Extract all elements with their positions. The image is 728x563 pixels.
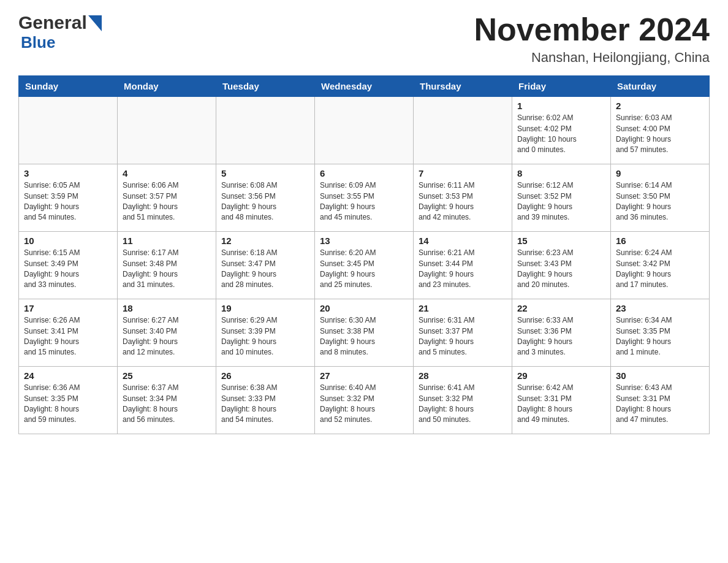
- calendar-day-cell: 10Sunrise: 6:15 AM Sunset: 3:49 PM Dayli…: [19, 232, 118, 299]
- calendar-day-cell: 7Sunrise: 6:11 AM Sunset: 3:53 PM Daylig…: [414, 164, 512, 232]
- day-number: 10: [24, 236, 112, 246]
- calendar-day-cell: 19Sunrise: 6:29 AM Sunset: 3:39 PM Dayli…: [216, 299, 315, 367]
- calendar-day-cell: [118, 97, 216, 164]
- day-info: Sunrise: 6:40 AM Sunset: 3:32 PM Dayligh…: [320, 383, 408, 426]
- calendar-day-cell: 8Sunrise: 6:12 AM Sunset: 3:52 PM Daylig…: [512, 164, 611, 232]
- weekday-header-sunday: Sunday: [19, 76, 118, 97]
- calendar-day-cell: 17Sunrise: 6:26 AM Sunset: 3:41 PM Dayli…: [19, 299, 118, 367]
- day-info: Sunrise: 6:31 AM Sunset: 3:37 PM Dayligh…: [419, 315, 507, 358]
- day-number: 29: [517, 370, 605, 381]
- day-info: Sunrise: 6:27 AM Sunset: 3:40 PM Dayligh…: [123, 315, 211, 358]
- day-number: 3: [24, 168, 112, 178]
- day-number: 7: [419, 168, 507, 178]
- calendar-day-cell: 18Sunrise: 6:27 AM Sunset: 3:40 PM Dayli…: [118, 299, 216, 367]
- day-info: Sunrise: 6:14 AM Sunset: 3:50 PM Dayligh…: [616, 180, 704, 223]
- day-info: Sunrise: 6:36 AM Sunset: 3:35 PM Dayligh…: [24, 383, 112, 426]
- day-info: Sunrise: 6:02 AM Sunset: 4:02 PM Dayligh…: [517, 113, 605, 156]
- day-info: Sunrise: 6:03 AM Sunset: 4:00 PM Dayligh…: [616, 113, 704, 156]
- month-title: November 2024: [474, 12, 710, 47]
- calendar-day-cell: 27Sunrise: 6:40 AM Sunset: 3:32 PM Dayli…: [315, 367, 414, 434]
- calendar-week-row: 24Sunrise: 6:36 AM Sunset: 3:35 PM Dayli…: [19, 367, 710, 434]
- calendar-day-cell: [315, 97, 414, 164]
- day-number: 4: [123, 168, 211, 178]
- day-info: Sunrise: 6:38 AM Sunset: 3:33 PM Dayligh…: [221, 383, 309, 426]
- day-number: 16: [616, 236, 704, 246]
- day-info: Sunrise: 6:08 AM Sunset: 3:56 PM Dayligh…: [221, 180, 309, 223]
- calendar-week-row: 3Sunrise: 6:05 AM Sunset: 3:59 PM Daylig…: [19, 164, 710, 232]
- day-info: Sunrise: 6:26 AM Sunset: 3:41 PM Dayligh…: [24, 315, 112, 358]
- day-number: 24: [24, 370, 112, 381]
- day-number: 28: [419, 370, 507, 381]
- calendar-day-cell: [414, 97, 512, 164]
- day-info: Sunrise: 6:06 AM Sunset: 3:57 PM Dayligh…: [123, 180, 211, 223]
- calendar-day-cell: 26Sunrise: 6:38 AM Sunset: 3:33 PM Dayli…: [216, 367, 315, 434]
- calendar-week-row: 1Sunrise: 6:02 AM Sunset: 4:02 PM Daylig…: [19, 97, 710, 164]
- logo: General Blue: [18, 12, 102, 52]
- day-number: 1: [517, 101, 605, 111]
- calendar-day-cell: 28Sunrise: 6:41 AM Sunset: 3:32 PM Dayli…: [414, 367, 512, 434]
- calendar-day-cell: 16Sunrise: 6:24 AM Sunset: 3:42 PM Dayli…: [611, 232, 710, 299]
- calendar-day-cell: 15Sunrise: 6:23 AM Sunset: 3:43 PM Dayli…: [512, 232, 611, 299]
- page-header: General Blue November 2024 Nanshan, Heil…: [18, 12, 710, 66]
- day-number: 13: [320, 236, 408, 246]
- day-number: 20: [320, 303, 408, 313]
- calendar-day-cell: [19, 97, 118, 164]
- day-number: 26: [221, 370, 309, 381]
- day-number: 19: [221, 303, 309, 313]
- day-number: 23: [616, 303, 704, 313]
- calendar-day-cell: 22Sunrise: 6:33 AM Sunset: 3:36 PM Dayli…: [512, 299, 611, 367]
- calendar-day-cell: 3Sunrise: 6:05 AM Sunset: 3:59 PM Daylig…: [19, 164, 118, 232]
- calendar-day-cell: 5Sunrise: 6:08 AM Sunset: 3:56 PM Daylig…: [216, 164, 315, 232]
- calendar-day-cell: 30Sunrise: 6:43 AM Sunset: 3:31 PM Dayli…: [611, 367, 710, 434]
- day-number: 27: [320, 370, 408, 381]
- day-info: Sunrise: 6:18 AM Sunset: 3:47 PM Dayligh…: [221, 248, 309, 291]
- logo-blue-text: Blue: [21, 33, 55, 52]
- location-subtitle: Nanshan, Heilongjiang, China: [474, 50, 710, 66]
- day-number: 15: [517, 236, 605, 246]
- day-info: Sunrise: 6:34 AM Sunset: 3:35 PM Dayligh…: [616, 315, 704, 358]
- weekday-header-wednesday: Wednesday: [315, 76, 414, 97]
- calendar-day-cell: 11Sunrise: 6:17 AM Sunset: 3:48 PM Dayli…: [118, 232, 216, 299]
- calendar-day-cell: 13Sunrise: 6:20 AM Sunset: 3:45 PM Dayli…: [315, 232, 414, 299]
- day-info: Sunrise: 6:09 AM Sunset: 3:55 PM Dayligh…: [320, 180, 408, 223]
- weekday-header-thursday: Thursday: [414, 76, 512, 97]
- day-number: 9: [616, 168, 704, 178]
- day-info: Sunrise: 6:37 AM Sunset: 3:34 PM Dayligh…: [123, 383, 211, 426]
- day-info: Sunrise: 6:23 AM Sunset: 3:43 PM Dayligh…: [517, 248, 605, 291]
- calendar-day-cell: 2Sunrise: 6:03 AM Sunset: 4:00 PM Daylig…: [611, 97, 710, 164]
- day-number: 17: [24, 303, 112, 313]
- calendar-day-cell: [216, 97, 315, 164]
- calendar-week-row: 10Sunrise: 6:15 AM Sunset: 3:49 PM Dayli…: [19, 232, 710, 299]
- weekday-header-tuesday: Tuesday: [216, 76, 315, 97]
- calendar-day-cell: 1Sunrise: 6:02 AM Sunset: 4:02 PM Daylig…: [512, 97, 611, 164]
- day-number: 5: [221, 168, 309, 178]
- day-number: 12: [221, 236, 309, 246]
- day-number: 25: [123, 370, 211, 381]
- day-info: Sunrise: 6:15 AM Sunset: 3:49 PM Dayligh…: [24, 248, 112, 291]
- day-info: Sunrise: 6:33 AM Sunset: 3:36 PM Dayligh…: [517, 315, 605, 358]
- day-number: 14: [419, 236, 507, 246]
- calendar-table: SundayMondayTuesdayWednesdayThursdayFrid…: [18, 75, 710, 434]
- day-info: Sunrise: 6:43 AM Sunset: 3:31 PM Dayligh…: [616, 383, 704, 426]
- day-number: 18: [123, 303, 211, 313]
- calendar-day-cell: 20Sunrise: 6:30 AM Sunset: 3:38 PM Dayli…: [315, 299, 414, 367]
- weekday-header-saturday: Saturday: [611, 76, 710, 97]
- logo-general-text: General: [18, 12, 87, 33]
- calendar-day-cell: 24Sunrise: 6:36 AM Sunset: 3:35 PM Dayli…: [19, 367, 118, 434]
- day-info: Sunrise: 6:41 AM Sunset: 3:32 PM Dayligh…: [419, 383, 507, 426]
- weekday-header-monday: Monday: [118, 76, 216, 97]
- logo-triangle-icon: [88, 15, 102, 31]
- day-number: 11: [123, 236, 211, 246]
- weekday-header-friday: Friday: [512, 76, 611, 97]
- day-number: 8: [517, 168, 605, 178]
- day-info: Sunrise: 6:12 AM Sunset: 3:52 PM Dayligh…: [517, 180, 605, 223]
- calendar-day-cell: 12Sunrise: 6:18 AM Sunset: 3:47 PM Dayli…: [216, 232, 315, 299]
- day-number: 21: [419, 303, 507, 313]
- calendar-day-cell: 29Sunrise: 6:42 AM Sunset: 3:31 PM Dayli…: [512, 367, 611, 434]
- day-info: Sunrise: 6:05 AM Sunset: 3:59 PM Dayligh…: [24, 180, 112, 223]
- day-info: Sunrise: 6:42 AM Sunset: 3:31 PM Dayligh…: [517, 383, 605, 426]
- day-info: Sunrise: 6:24 AM Sunset: 3:42 PM Dayligh…: [616, 248, 704, 291]
- day-number: 6: [320, 168, 408, 178]
- calendar-day-cell: 21Sunrise: 6:31 AM Sunset: 3:37 PM Dayli…: [414, 299, 512, 367]
- day-number: 30: [616, 370, 704, 381]
